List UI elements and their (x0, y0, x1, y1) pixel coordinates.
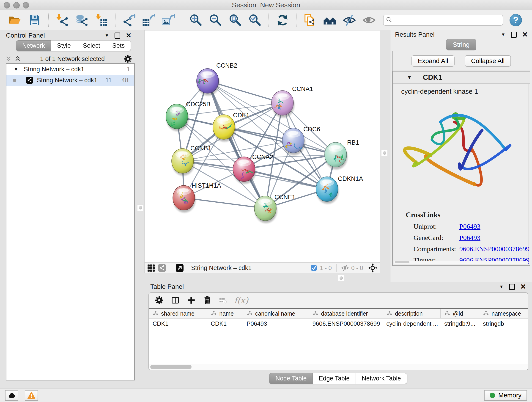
expand-all-networks-icon[interactable] (14, 56, 21, 62)
new-network-from-selection-button[interactable] (304, 14, 317, 27)
zoom-selected-button[interactable] (249, 14, 261, 27)
network-node-RB1[interactable] (325, 142, 347, 169)
memory-button[interactable]: Memory (484, 390, 527, 401)
network-thumbnail-icon[interactable] (158, 264, 166, 272)
export-image-button[interactable] (162, 14, 175, 27)
panel-menu-icon[interactable]: ▼ (501, 32, 505, 37)
network-node-CCNB1[interactable] (172, 148, 194, 176)
column-header-database-identifier[interactable]: database identifier (309, 309, 383, 319)
warnings-button[interactable] (25, 390, 38, 401)
import-network-file-button[interactable] (56, 14, 69, 27)
table-horizontal-scrollbar[interactable] (149, 364, 528, 370)
table-cell[interactable]: CDK1 (149, 319, 207, 329)
table-cell[interactable]: cyclin-dependent ... (383, 319, 441, 329)
cloud-button[interactable] (5, 390, 18, 401)
column-header--id[interactable]: @id (441, 309, 479, 319)
table-cell[interactable]: stringdb (479, 319, 528, 329)
crosslink-link[interactable]: 9606.ENSP00000378699 (459, 245, 529, 253)
column-header-namespace[interactable]: namespace (479, 309, 528, 319)
search-box[interactable] (383, 15, 503, 26)
save-session-button[interactable] (28, 14, 41, 27)
panel-close-icon[interactable]: ✕ (520, 283, 526, 290)
network-node-CCNB2[interactable] (196, 69, 219, 96)
tab-network[interactable]: Network (16, 40, 51, 51)
hidden-counts: 0 - 0 (351, 264, 363, 272)
first-neighbors-button[interactable] (323, 14, 336, 27)
entry-scrollbar[interactable] (394, 261, 528, 264)
table-row[interactable]: CDK1CDK1P064939606.ENSP00000378699cyclin… (149, 319, 528, 329)
zoom-selected-icon (249, 14, 261, 27)
network-node-CCNA1[interactable] (272, 90, 294, 118)
hidden-eye-icon[interactable] (341, 264, 349, 272)
panel-menu-icon[interactable]: ▼ (499, 284, 504, 289)
hide-selected-button[interactable] (343, 14, 356, 27)
network-collection-row[interactable]: ▼ String Network – cdk1 1 (6, 64, 134, 75)
network-row-selected[interactable]: String Network – cdk1 11 48 (6, 75, 134, 86)
collapse-all-networks-icon[interactable] (5, 56, 12, 62)
help-button[interactable]: ? (510, 14, 522, 26)
tab-select[interactable]: Select (77, 40, 106, 51)
show-all-button[interactable] (363, 14, 375, 27)
splitter-handle-horizontal[interactable] (338, 275, 344, 281)
export-network-button[interactable] (123, 14, 135, 27)
splitter-handle-right[interactable] (381, 150, 388, 156)
zoom-out-button[interactable] (209, 14, 222, 27)
table-options-gear-icon[interactable] (155, 296, 164, 305)
column-header-canonical-name[interactable]: canonical name (243, 309, 309, 319)
panel-close-icon[interactable]: ✕ (522, 31, 528, 38)
show-columns-icon[interactable] (171, 296, 180, 305)
entry-collapse-icon[interactable]: ▼ (407, 75, 412, 80)
tab-string[interactable]: String (446, 39, 476, 51)
network-node-CDK1[interactable] (213, 115, 235, 142)
import-table-file-button[interactable] (95, 14, 108, 27)
node-details-header[interactable]: ▼ CDK1 (393, 71, 530, 84)
zoom-in-button[interactable] (190, 14, 202, 27)
column-header-name[interactable]: name (207, 309, 243, 319)
add-column-icon[interactable] (187, 296, 196, 305)
tab-sets[interactable]: Sets (106, 40, 131, 51)
warning-icon (27, 391, 35, 399)
network-node-HIST1H1A[interactable] (173, 185, 196, 212)
scrollbar-thumb[interactable] (150, 365, 191, 369)
table-cell[interactable]: stringdb:9... (441, 319, 479, 329)
zoom-fit-button[interactable] (229, 14, 242, 27)
tab-style[interactable]: Style (51, 40, 77, 51)
panel-float-icon[interactable] (509, 284, 515, 290)
network-node-CCNA2[interactable] (233, 157, 256, 184)
panel-float-icon[interactable] (114, 32, 120, 39)
svg-text:CDC6: CDC6 (303, 126, 320, 133)
network-node-CDC25B[interactable] (166, 104, 189, 131)
tab-node-table[interactable]: Node Table (269, 373, 313, 384)
network-node-CDKN1A[interactable] (316, 177, 339, 204)
panel-float-icon[interactable] (511, 32, 517, 38)
export-table-button[interactable] (142, 14, 155, 27)
expand-all-button[interactable]: Expand All (412, 55, 455, 67)
tab-network-table[interactable]: Network Table (356, 373, 407, 384)
selected-checkbox-icon[interactable] (310, 264, 317, 272)
column-header-description[interactable]: description (383, 309, 441, 319)
detach-view-icon[interactable] (176, 264, 184, 272)
apply-layout-button[interactable] (276, 14, 289, 27)
network-node-CCNE1[interactable] (254, 196, 277, 223)
splitter-handle-left[interactable] (137, 204, 144, 211)
crosslink-link[interactable]: P06493 (459, 234, 481, 242)
table-cell[interactable]: P06493 (243, 319, 309, 329)
open-file-button[interactable] (8, 14, 21, 27)
panel-menu-icon[interactable]: ▼ (105, 33, 109, 38)
network-node-CDC6[interactable] (282, 128, 305, 155)
show-grid-icon[interactable] (147, 264, 155, 272)
delete-column-icon[interactable] (203, 296, 212, 305)
table-cell[interactable]: 9606.ENSP00000378699 (309, 319, 383, 329)
network-canvas[interactable]: CCNB2CCNA1CDC25BCDK1CDC6RB1CCNB1CCNA2CDK… (144, 30, 380, 263)
import-network-database-button[interactable] (75, 14, 88, 27)
panel-close-icon[interactable]: ✕ (126, 32, 132, 39)
fit-selection-crosshair-icon[interactable] (368, 263, 377, 273)
crosslink-link[interactable]: P06493 (459, 223, 481, 230)
collection-expand-icon[interactable]: ▼ (14, 67, 18, 72)
column-header-shared-name[interactable]: shared name (149, 309, 207, 319)
network-options-gear-icon[interactable] (124, 55, 132, 63)
table-cell[interactable]: CDK1 (207, 319, 243, 329)
tab-edge-table[interactable]: Edge Table (313, 373, 356, 384)
search-input[interactable] (393, 16, 500, 25)
collapse-all-button[interactable]: Collapse All (465, 55, 511, 67)
